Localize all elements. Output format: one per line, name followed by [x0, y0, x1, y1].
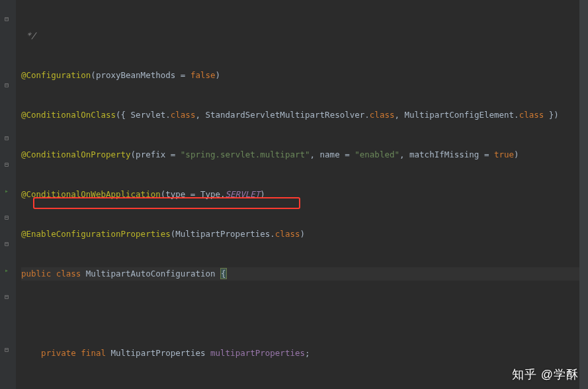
annotation: @EnableConfigurationProperties [21, 229, 171, 239]
keyword: true [494, 150, 514, 159]
gutter: ⊟ ⊟ ⊟ ⊟ ▸ ⊟ ⊟ ▸ ⊟ ⊟ [0, 0, 16, 389]
annotation: @ConditionalOnWebApplication [21, 189, 161, 199]
code-text: , name = [310, 150, 355, 159]
code-text: , matchIfMissing = [399, 150, 494, 159]
code-text: ; [305, 348, 310, 358]
fold-icon[interactable]: ⊟ [2, 81, 11, 91]
fold-icon[interactable]: ⊟ [2, 214, 11, 223]
keyword: class [56, 269, 86, 279]
code-area[interactable]: */ @Configuration(proxyBeanMethods = fal… [16, 0, 588, 389]
code-text: ({ Servlet. [116, 110, 171, 120]
code-text: (type = Type. [161, 189, 226, 199]
code-text: ) [216, 70, 221, 80]
keyword: false [190, 70, 216, 80]
code-editor[interactable]: ⊟ ⊟ ⊟ ⊟ ▸ ⊟ ⊟ ▸ ⊟ ⊟ */ @Configuration(pr… [0, 0, 588, 389]
annotation: @ConditionalOnClass [21, 110, 116, 120]
class-name: MultipartAutoConfiguration [86, 269, 220, 279]
code-text: , StandardServletMultipartResolver. [195, 110, 369, 120]
code-text: ) [300, 229, 305, 239]
code-text: ) [514, 150, 519, 159]
field: multipartProperties [210, 348, 305, 358]
brace: { [220, 268, 227, 279]
string: "spring.servlet.multipart" [181, 150, 310, 159]
fold-icon[interactable]: ⊟ [2, 240, 11, 249]
vcs-marker[interactable]: ▸ [2, 267, 11, 276]
fold-icon[interactable]: ⊟ [2, 134, 11, 144]
current-line: public class MultipartAutoConfiguration … [21, 267, 588, 281]
annotation: @ConditionalOnProperty [21, 150, 131, 159]
keyword: class [171, 110, 196, 120]
code-text: , MultipartConfigElement. [394, 110, 519, 120]
code-text: (proxyBeanMethods = [91, 70, 190, 80]
code-text: */ [21, 30, 36, 40]
code-text: (MultipartProperties. [171, 229, 275, 239]
code-text: ) [260, 189, 265, 199]
keyword: final [81, 348, 110, 358]
fold-icon[interactable]: ⊟ [2, 15, 11, 24]
keyword: class [519, 110, 544, 120]
fold-icon[interactable]: ⊟ [2, 161, 11, 170]
type: MultipartProperties [110, 348, 210, 358]
fold-icon[interactable]: ⊟ [2, 293, 11, 302]
keyword: class [275, 229, 300, 239]
code-text: (prefix = [131, 150, 181, 159]
fold-icon[interactable]: ⊟ [2, 346, 11, 355]
constant: SERVLET [226, 189, 261, 199]
keyword: public [21, 269, 56, 279]
scrollbar[interactable] [579, 0, 588, 389]
keyword: class [370, 110, 395, 120]
vcs-marker[interactable]: ▸ [2, 187, 11, 196]
code-text: }) [544, 110, 559, 120]
annotation: @Configuration [21, 70, 91, 80]
keyword: private [41, 348, 81, 358]
string: "enabled" [355, 150, 399, 159]
watermark: 知乎 @学酥 [512, 367, 579, 382]
